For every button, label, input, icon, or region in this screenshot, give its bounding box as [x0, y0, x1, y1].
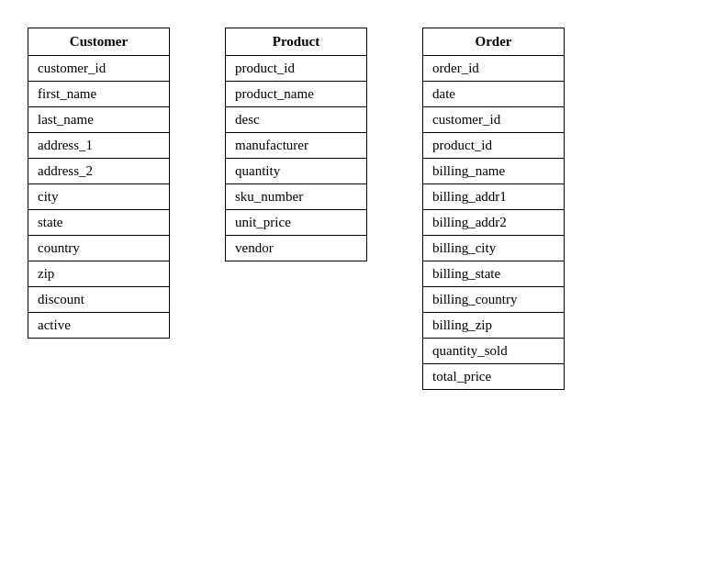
table-row: discount [28, 287, 170, 313]
table-row: country [28, 236, 170, 261]
order-table-field-date: date [423, 82, 565, 107]
table-row: quantity_sold [423, 339, 565, 364]
order-table-field-customer-id: customer_id [423, 107, 565, 133]
table-row: billing_addr1 [423, 184, 565, 210]
table-row: product_name [226, 82, 367, 107]
customer-table-field-country: country [28, 236, 170, 261]
table-row: state [28, 210, 170, 236]
product-table-field-quantity: quantity [226, 159, 367, 184]
customer-table-field-address-2: address_2 [28, 159, 170, 184]
table-row: sku_number [226, 184, 367, 210]
order-table-field-total-price: total_price [423, 364, 565, 390]
table-row: desc [226, 107, 367, 133]
table-row: unit_price [226, 210, 367, 236]
table-row: customer_id [423, 107, 565, 133]
table-row: city [28, 184, 170, 210]
customer-table-field-discount: discount [28, 287, 170, 313]
product-table-title: Product [226, 28, 367, 56]
order-table-field-billing-addr2: billing_addr2 [423, 210, 565, 236]
customer-table-field-state: state [28, 210, 170, 236]
order-table: Orderorder_iddatecustomer_idproduct_idbi… [422, 28, 565, 390]
order-table-field-billing-state: billing_state [423, 261, 565, 287]
table-row: billing_name [423, 159, 565, 184]
table-row: customer_id [28, 56, 170, 82]
table-row: billing_country [423, 287, 565, 313]
table-row: product_id [226, 56, 367, 82]
table-row: total_price [423, 364, 565, 390]
table-row: first_name [28, 82, 170, 107]
customer-table-field-last-name: last_name [28, 107, 170, 133]
tables-container: Customercustomer_idfirst_namelast_namead… [18, 18, 710, 399]
table-row: date [423, 82, 565, 107]
order-table-field-billing-zip: billing_zip [423, 313, 565, 339]
table-row: last_name [28, 107, 170, 133]
product-table-field-sku-number: sku_number [226, 184, 367, 210]
product-table-field-unit-price: unit_price [226, 210, 367, 236]
table-row: zip [28, 261, 170, 287]
product-table: Productproduct_idproduct_namedescmanufac… [225, 28, 367, 261]
table-row: address_2 [28, 159, 170, 184]
table-row: billing_state [423, 261, 565, 287]
product-table-field-desc: desc [226, 107, 367, 133]
product-table-field-manufacturer: manufacturer [226, 133, 367, 159]
order-table-field-billing-name: billing_name [423, 159, 565, 184]
customer-table-field-city: city [28, 184, 170, 210]
customer-table-field-first-name: first_name [28, 82, 170, 107]
table-row: vendor [226, 236, 367, 261]
table-row: billing_addr2 [423, 210, 565, 236]
customer-table: Customercustomer_idfirst_namelast_namead… [28, 28, 170, 339]
table-row: billing_zip [423, 313, 565, 339]
order-table-field-quantity-sold: quantity_sold [423, 339, 565, 364]
table-row: product_id [423, 133, 565, 159]
product-table-field-product-id: product_id [226, 56, 367, 82]
order-table-title: Order [423, 28, 565, 56]
table-row: address_1 [28, 133, 170, 159]
order-table-field-billing-country: billing_country [423, 287, 565, 313]
product-table-field-product-name: product_name [226, 82, 367, 107]
customer-table-field-customer-id: customer_id [28, 56, 170, 82]
customer-table-field-zip: zip [28, 261, 170, 287]
order-table-field-billing-addr1: billing_addr1 [423, 184, 565, 210]
table-row: manufacturer [226, 133, 367, 159]
customer-table-field-active: active [28, 313, 170, 339]
customer-table-title: Customer [28, 28, 170, 56]
table-row: quantity [226, 159, 367, 184]
table-row: active [28, 313, 170, 339]
order-table-field-billing-city: billing_city [423, 236, 565, 261]
product-table-field-vendor: vendor [226, 236, 367, 261]
table-row: order_id [423, 56, 565, 82]
table-row: billing_city [423, 236, 565, 261]
order-table-field-product-id: product_id [423, 133, 565, 159]
customer-table-field-address-1: address_1 [28, 133, 170, 159]
order-table-field-order-id: order_id [423, 56, 565, 82]
